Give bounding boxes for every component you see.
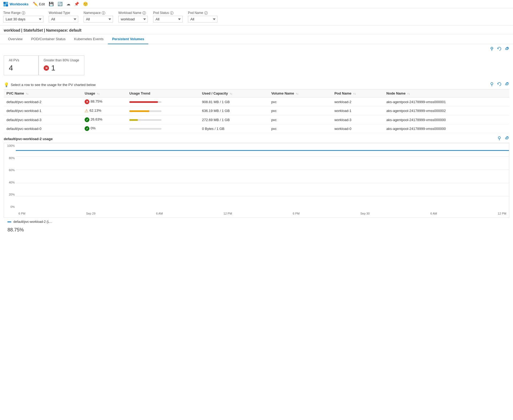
pod-status-select[interactable]: All Running Failed [153, 16, 183, 22]
hint-bulb-icon: 💡 [4, 82, 9, 87]
save-button[interactable]: 💾 [49, 2, 54, 6]
usage-bar [129, 110, 149, 112]
time-range-select[interactable]: Last 30 days Last 7 days Last 24 hours [3, 16, 43, 22]
table-undo-icon[interactable] [497, 82, 502, 88]
filter-time-range: Time Range i Last 30 days Last 7 days La… [3, 11, 43, 22]
toolbar: Workbooks ✏️ Edit 💾 🔄 ☁ 📌 🙂 [0, 0, 513, 8]
refresh-button[interactable]: 🔄 [58, 2, 63, 6]
tab-persistent-volumes[interactable]: Persistent Volumes [108, 34, 149, 44]
pv-section-pin-icon[interactable] [489, 46, 494, 52]
pv-section-toolbar [0, 44, 513, 53]
x-label-12pm: 12 PM [224, 212, 232, 215]
chart-plot-area [16, 143, 509, 209]
col-header-usage[interactable]: Usage ↑↓ [82, 89, 127, 98]
x-label-6pm2: 6 PM [293, 212, 300, 215]
sort-used-capacity-icon[interactable]: ↑↓ [230, 92, 232, 95]
col-header-pvc-name[interactable]: PVC Name ↑↓ [4, 89, 82, 98]
sort-usage-icon[interactable]: ↑↓ [97, 92, 100, 95]
chart-pin-icon[interactable] [497, 136, 502, 142]
pod-name-info-icon[interactable]: i [204, 11, 208, 15]
svg-rect-2 [3, 4, 6, 6]
table-link-icon[interactable] [504, 82, 509, 88]
namespace-select[interactable]: All default [84, 16, 113, 22]
cell-node-name: aks-agentpool-24178999-vmss000000 [384, 124, 509, 133]
pv-section-undo-icon[interactable] [497, 46, 502, 52]
x-label-12pm2: 12 PM [498, 212, 506, 215]
filter-pod-status-label: Pod Status i [153, 11, 183, 15]
table-pin-icon[interactable] [489, 82, 494, 88]
feedback-button[interactable]: 🙂 [83, 2, 88, 6]
col-header-usage-trend[interactable]: Usage Trend [127, 89, 199, 98]
namespace-info-icon[interactable]: i [102, 11, 105, 15]
cell-pvc-name: default/pvc-workload-2 [4, 98, 82, 106]
chart-big-value: 88.75% [4, 224, 509, 234]
sort-pod-name-icon[interactable]: ↑↓ [353, 92, 356, 95]
cell-pvc-name: default/pvc-workload-0 [4, 124, 82, 133]
edit-button[interactable]: ✏️ Edit [33, 2, 45, 6]
pv-greater80-label: Greater than 80% Usage [44, 58, 79, 62]
pv-table: PVC Name ↑↓ Usage ↑↓ Usage Trend Used / … [4, 89, 509, 133]
table-row[interactable]: default/pvc-workload-0 ✓0% 0 Bytes / 1 G… [4, 124, 509, 133]
tab-overview[interactable]: Overview [4, 34, 27, 44]
cell-pvc-name: default/pvc-workload-1 [4, 106, 82, 115]
tab-kubernetes-events[interactable]: Kubernetes Events [70, 34, 108, 44]
cell-volume-name: pvc [269, 124, 332, 133]
chart-legend: default/pvc-workload-2 (L... [4, 218, 509, 224]
table-row[interactable]: default/pvc-workload-3 ✓26.63% 272.69 MB… [4, 115, 509, 124]
brand[interactable]: Workbooks [3, 2, 29, 6]
workload-type-select[interactable]: All Deployment StatefulSet [49, 16, 78, 22]
pv-all-label: All PVs [9, 58, 33, 62]
svg-point-10 [498, 137, 500, 139]
svg-rect-0 [3, 2, 6, 4]
filter-pod-status: Pod Status i All Running Failed [153, 11, 183, 22]
upload-button[interactable]: ☁ [66, 2, 70, 6]
status-ok-icon: ✓ [85, 126, 89, 131]
pv-summary-cards: All PVs 4 Greater than 80% Usage ✕ 1 [0, 53, 513, 80]
status-ok-icon: ✓ [85, 117, 89, 122]
cell-pod-name: workload-2 [332, 98, 384, 106]
edit-icon: ✏️ [33, 2, 38, 6]
usage-bar-container [129, 110, 161, 112]
table-row[interactable]: default/pvc-workload-2 ✕88.75% 908.81 MB… [4, 98, 509, 106]
status-warn-icon: ⚠ [85, 108, 88, 113]
pod-name-select[interactable]: All workload-0 workload-1 workload-2 [188, 16, 217, 22]
usage-bar-container [129, 128, 161, 130]
col-header-volume-name[interactable]: Volume Name ↑↓ [269, 89, 332, 98]
tab-pod-container-status[interactable]: POD/Container Status [27, 34, 70, 44]
usage-bar-container [129, 119, 161, 121]
filter-pod-name: Pod Name i All workload-0 workload-1 wor… [188, 11, 217, 22]
x-label-6am: 6 AM [156, 212, 163, 215]
filter-time-range-label: Time Range i [3, 11, 43, 15]
pv-section-link-icon[interactable] [504, 46, 509, 52]
y-label-60: 60% [4, 168, 15, 172]
sort-volume-name-icon[interactable]: ↑↓ [296, 92, 299, 95]
cell-usage: ✓26.63% [82, 115, 127, 124]
cell-usage: ✓0% [82, 124, 127, 133]
cell-usage-trend [127, 115, 199, 124]
time-range-info-icon[interactable]: i [22, 11, 25, 15]
col-header-pod-name[interactable]: Pod Name ↑↓ [332, 89, 384, 98]
col-header-node-name[interactable]: Node Name ↑↓ [384, 89, 509, 98]
workload-name-info-icon[interactable]: i [142, 11, 146, 15]
usage-bar-container [129, 101, 161, 103]
workload-name-select[interactable]: workload [118, 16, 148, 22]
sort-node-name-icon[interactable]: ↑↓ [407, 92, 410, 95]
filter-namespace-label: Namespace i [84, 11, 113, 15]
usage-bar [129, 119, 138, 121]
pin-button[interactable]: 📌 [74, 2, 79, 6]
y-label-0: 0% [4, 205, 15, 208]
filter-pod-name-label: Pod Name i [188, 11, 217, 15]
chart-link-icon[interactable] [504, 136, 509, 142]
x-label-6pm: 6 PM [18, 212, 25, 215]
col-header-used-capacity[interactable]: Used / Capacity ↑↓ [199, 89, 269, 98]
cell-node-name: aks-agentpool-24178999-vmss000001 [384, 98, 509, 106]
hint-text: Select a row to see the usage for the PV… [11, 83, 96, 87]
cell-pod-name: workload-0 [332, 124, 384, 133]
sort-pvc-name-icon[interactable]: ↑↓ [26, 92, 28, 95]
chart-wrapper: 100% 80% 60% 40% 20% 0% [4, 143, 509, 218]
pod-status-info-icon[interactable]: i [170, 11, 173, 15]
chart-big-unit: % [20, 227, 24, 232]
cell-usage: ⚠62.13% [82, 106, 127, 115]
filter-bar: Time Range i Last 30 days Last 7 days La… [0, 8, 513, 25]
table-row[interactable]: default/pvc-workload-1 ⚠62.13% 636.19 MB… [4, 106, 509, 115]
